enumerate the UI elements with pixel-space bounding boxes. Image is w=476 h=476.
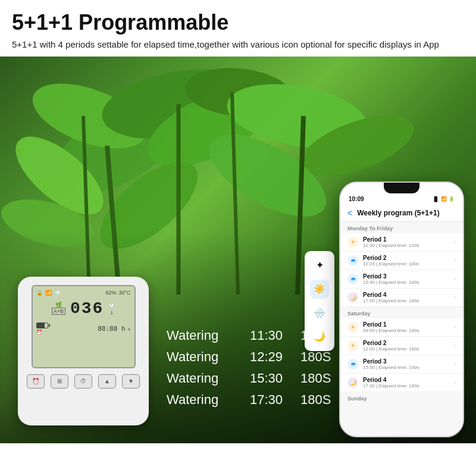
period-name-4: Period 4 [363,292,449,298]
screen-icons-right: 62% 30°C [105,290,130,296]
icon-panel: ✦ ☀️ 🌧️ 🌙 [305,251,334,351]
btn-up[interactable]: ▲ [98,374,116,389]
period-name-sat-3: Period 3 [363,358,449,365]
period-icon-sun-1: ☀ [347,237,358,248]
phone-status-icons: ▐▌ 📶 🔋 [433,196,455,202]
schedule-time-3: 15:30 [250,371,283,386]
header: 5+1+1 Programmable 5+1+1 with 4 periods … [0,0,476,57]
period-info-sat-3: Period 3 15:50 | Elapsed time: 180s [363,358,449,370]
period-name-sat-1: Period 1 [363,321,449,328]
period-sat-1[interactable]: ☀ Period 1 08:00 | Elapsed time: 180s › [340,318,463,337]
schedule-label-3: Watering [167,371,232,386]
phone-notch [384,183,419,193]
screen-main: 🌿 A+B 036 ⏱️ 🌡️ [36,299,131,318]
period-name-3: Period 3 [363,273,449,280]
day-label-weekday: Monday To Friday [340,222,463,233]
phone-time: 10:09 [349,196,364,202]
period-name-sat-4: Period 4 [363,377,449,383]
btn-down[interactable]: ▼ [122,374,140,389]
period-sat-3[interactable]: 🌧 Period 3 15:50 | Elapsed time: 180s › [340,355,463,374]
up-icon: ▲ [104,378,110,384]
period-info-sat-2: Period 2 12:00 | Elapsed time: 180s [363,340,449,352]
page-title: 5+1+1 Programmable [12,11,464,35]
schedule-duration-4: 180S [300,392,331,408]
back-button[interactable]: < [347,208,352,218]
period-info-2: Period 2 12:29 | Elapsed time: 180s [363,255,449,267]
battery-icon [36,322,48,328]
panel-icon-star[interactable]: ✦ [310,256,329,275]
cloud-icon: ☁️ [54,290,61,296]
screen-bottom-row: ⏰ 88:88 h h [36,322,131,335]
period-detail-sat-4: 17:30 | Elapsed time: 180s [363,383,449,389]
period-mon-4[interactable]: 🌙 Period 4 17:30 | Elapsed time: 180s › [340,289,463,307]
period-icon-sun-sat-1: ☀ [347,322,358,333]
schedule-duration-2: 180S [300,349,331,365]
btn-clock[interactable]: ⏰ [27,374,45,389]
period-arrow-4: › [454,294,456,300]
period-icon-rain-2: 🌧 [347,255,358,266]
period-icon-sun-sat-2: ☀ [347,340,358,351]
lock-icon: 🔒 [36,290,43,296]
period-icon-rain-3: 🌧 [347,274,358,284]
panel-icon-rain[interactable]: 🌧️ [310,303,329,322]
period-icon-moon-sat-4: 🌙 [347,377,358,388]
grid-icon: ⊞ [57,378,62,384]
device-buttons: ⏰ ⊞ ⏱ ▲ ▼ [27,374,140,389]
period-arrow-2: › [454,257,456,264]
period-info-1: Period 1 11:30 | Elapsed time: 120s [363,236,449,248]
period-info-4: Period 4 17:30 | Elapsed time: 180s [363,292,449,303]
clock-icon: ⏰ [32,378,39,384]
schedule-time-2: 12:29 [250,349,283,365]
schedule-time-1: 11:30 [250,328,283,343]
period-info-sat-1: Period 1 08:00 | Elapsed time: 180s [363,321,449,333]
period-sat-4[interactable]: 🌙 Period 4 17:30 | Elapsed time: 180s › [340,374,463,392]
period-arrow-sat-1: › [454,324,456,330]
period-info-sat-4: Period 4 17:30 | Elapsed time: 180s [363,377,449,389]
panel-icon-sun[interactable]: ☀️ [310,280,329,299]
screen-time-display: 88:88 h h [98,325,130,333]
schedule-row-2: Watering 12:29 180S [167,349,331,365]
period-name-sat-2: Period 2 [363,340,449,346]
schedule-label-1: Watering [167,328,232,343]
period-arrow-sat-2: › [454,342,456,349]
period-arrow-1: › [454,239,456,245]
schedule-label-2: Watering [167,349,232,365]
battery-status-icon: 🔋 [449,196,455,202]
timer-device: 🔒 📶 ☁️ 62% 30°C 🌿 A+B 036 ⏱️ 🌡️ [18,277,149,425]
screen-icons-left: 🔒 📶 ☁️ [36,290,61,296]
period-detail-sat-1: 08:00 | Elapsed time: 180s [363,328,449,333]
temp-value: 30°C [118,290,130,296]
screen-battery-area: ⏰ [36,322,48,335]
period-info-3: Period 3 15:30 | Elapsed time: 180s [363,273,449,285]
screen-top-row: 🔒 📶 ☁️ 62% 30°C [36,290,131,296]
period-mon-3[interactable]: 🌧 Period 3 15:30 | Elapsed time: 180s › [340,270,463,289]
device-screen: 🔒 📶 ☁️ 62% 30°C 🌿 A+B 036 ⏱️ 🌡️ [32,285,136,368]
phone-screen: 10:09 ▐▌ 📶 🔋 < Weekly program (5+1+1) Mo… [340,183,463,436]
period-detail-3: 15:30 | Elapsed time: 180s [363,280,449,285]
period-detail-1: 11:30 | Elapsed time: 120s [363,243,449,248]
wifi-icon: 📶 [45,290,52,296]
period-icon-rain-sat-3: 🌧 [347,359,358,369]
btn-timer[interactable]: ⏱ [74,374,92,389]
period-name-1: Period 1 [363,236,449,243]
page-subtitle: 5+1+1 with 4 periods settable for elapse… [12,38,464,51]
period-mon-1[interactable]: ☀ Period 1 11:30 | Elapsed time: 120s › [340,233,463,252]
period-mon-2[interactable]: 🌧 Period 2 12:29 | Elapsed time: 180s › [340,252,463,270]
day-label-saturday: Saturday [340,307,463,318]
phone-app-header: < Weekly program (5+1+1) [340,205,463,222]
signal-icon: ▐▌ [433,196,439,202]
btn-grid[interactable]: ⊞ [51,374,68,389]
phone-mockup: 10:09 ▐▌ 📶 🔋 < Weekly program (5+1+1) Mo… [339,181,464,437]
panel-icon-moon[interactable]: 🌙 [310,327,329,346]
phone-app-title: Weekly program (5+1+1) [357,209,440,217]
phone-content: Monday To Friday ☀ Period 1 11:30 | Elap… [340,222,463,436]
humidity-value: 62% [105,290,116,296]
period-arrow-sat-4: › [454,379,456,386]
screen-number: 036 [70,299,104,318]
period-detail-sat-2: 12:00 | Elapsed time: 180s [363,346,449,352]
schedule-time-4: 17:30 [250,392,283,408]
period-icon-moon-4: 🌙 [347,292,358,303]
period-sat-2[interactable]: ☀ Period 2 12:00 | Elapsed time: 180s › [340,337,463,355]
schedule-row-3: Watering 15:30 180S [167,371,331,386]
period-detail-2: 12:29 | Elapsed time: 180s [363,261,449,267]
